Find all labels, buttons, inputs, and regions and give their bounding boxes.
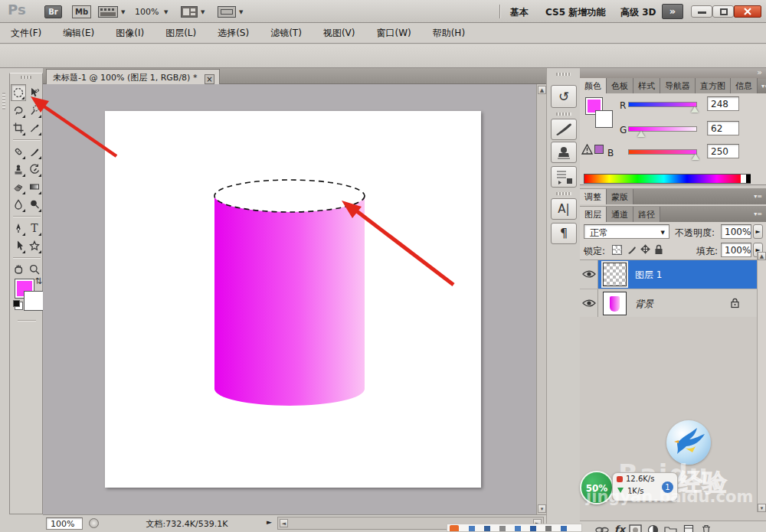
color-panel-menu-icon[interactable]: ▾≡: [758, 83, 766, 90]
status-zoom-field[interactable]: 100%: [46, 517, 83, 530]
close-button[interactable]: [734, 5, 761, 18]
document-tab-close-icon[interactable]: ×: [205, 74, 214, 84]
document-viewport[interactable]: [43, 84, 536, 514]
status-flyout-icon[interactable]: ►: [267, 518, 272, 526]
taskbar-icon-orange[interactable]: [450, 525, 459, 531]
tab-adjustments[interactable]: 调整: [580, 189, 607, 204]
green-value-input[interactable]: 62: [707, 121, 739, 135]
zoom-dropdown-icon[interactable]: ▼: [164, 9, 168, 15]
canvas-vertical-scrollbar[interactable]: ▲ ▾: [536, 84, 546, 514]
layer2-visibility-cell[interactable]: [580, 289, 598, 318]
workspace-overflow-button[interactable]: »: [662, 4, 683, 19]
lock-pixels-icon[interactable]: [626, 243, 637, 256]
tab-layers[interactable]: 图层: [580, 207, 607, 222]
red-value-input[interactable]: 248: [707, 96, 739, 111]
zoom-tool[interactable]: [27, 261, 42, 278]
eyedropper-tool[interactable]: [27, 119, 42, 136]
blend-mode-dropdown[interactable]: 正常 ▼: [584, 224, 669, 239]
taskbar-icon-7[interactable]: [561, 526, 567, 531]
taskbar-icon-4[interactable]: [515, 526, 521, 531]
canvas[interactable]: [105, 111, 481, 488]
film-strip-dropdown-icon[interactable]: ▼: [121, 9, 125, 15]
taskbar-peek[interactable]: [447, 524, 582, 532]
panel-background-swatch[interactable]: [595, 110, 613, 128]
lock-all-icon[interactable]: [653, 243, 664, 256]
layers-scrollbar[interactable]: ▲ ▾: [757, 252, 766, 512]
blue-slider[interactable]: [628, 149, 697, 155]
document-tab[interactable]: 未标题-1 @ 100% (图层 1, RGB/8) * ×: [46, 69, 220, 84]
collapse-panels-strip[interactable]: »: [580, 68, 766, 79]
tab-navigator[interactable]: 导航器: [660, 78, 696, 93]
blue-slider-thumb[interactable]: [692, 154, 699, 160]
taskbar-icon-1[interactable]: [469, 526, 475, 531]
layer-style-icon[interactable]: fx: [614, 524, 625, 532]
layer-row-2[interactable]: 背景: [580, 289, 766, 317]
blur-tool[interactable]: [11, 196, 26, 213]
color-spectrum-ramp[interactable]: [584, 174, 751, 184]
tab-histogram[interactable]: 直方图: [696, 78, 731, 93]
gamut-warning-icon[interactable]: [581, 144, 593, 155]
red-slider[interactable]: [628, 102, 697, 107]
background-color-swatch[interactable]: [24, 291, 44, 311]
layers-scroll-up-icon[interactable]: ▲: [758, 252, 766, 260]
mini-bridge-button[interactable]: Mb: [72, 5, 91, 18]
arrange-documents-icon[interactable]: [181, 6, 198, 18]
type-tool[interactable]: T: [27, 220, 42, 237]
menu-filter[interactable]: 滤镜(T): [260, 27, 313, 40]
opacity-input[interactable]: 100%: [721, 224, 751, 239]
lock-position-icon[interactable]: [640, 243, 651, 256]
path-selection-tool[interactable]: [11, 237, 26, 254]
eye-icon[interactable]: [582, 269, 596, 279]
menu-view[interactable]: 视图(V): [313, 27, 366, 40]
adjustment-layer-icon[interactable]: [647, 524, 659, 532]
minimize-button[interactable]: [691, 5, 712, 18]
taskbar-icon-6[interactable]: [545, 526, 552, 531]
scroll-up-icon[interactable]: ▲: [538, 86, 546, 94]
menu-layer[interactable]: 图层(L): [155, 27, 207, 40]
green-slider-thumb[interactable]: [637, 131, 645, 137]
brush-tool[interactable]: [27, 143, 42, 160]
clone-source-panel-icon[interactable]: [551, 142, 577, 163]
new-layer-icon[interactable]: [683, 524, 694, 532]
new-group-icon[interactable]: [664, 525, 677, 532]
pen-tool[interactable]: [11, 220, 26, 237]
brush-panel-icon[interactable]: [551, 119, 577, 140]
tab-masks[interactable]: 蒙版: [607, 189, 633, 204]
menu-image[interactable]: 图像(I): [105, 27, 155, 40]
default-colors-icon[interactable]: [13, 300, 20, 307]
restore-button[interactable]: [712, 5, 734, 18]
spectrum-white-swatch[interactable]: [741, 175, 746, 183]
layer2-name[interactable]: 背景: [635, 298, 653, 311]
taskbar-icon-2[interactable]: [484, 526, 490, 531]
history-panel-icon[interactable]: ↺: [551, 85, 577, 108]
menu-help[interactable]: 帮助(H): [422, 27, 476, 40]
custom-shape-tool[interactable]: [27, 237, 42, 254]
layers-panel-menu-icon[interactable]: ▾≡: [750, 211, 766, 217]
paragraph-panel-icon[interactable]: ¶: [551, 223, 577, 244]
lasso-tool[interactable]: [11, 102, 26, 119]
workspace-basic[interactable]: 基本: [510, 6, 529, 19]
arrange-dropdown-icon[interactable]: ▼: [201, 9, 205, 15]
taskbar-icon-3[interactable]: [499, 526, 506, 531]
scroll-down-icon[interactable]: ▾: [538, 504, 546, 513]
tab-styles[interactable]: 样式: [633, 78, 660, 93]
lock-transparency-icon[interactable]: [612, 245, 622, 255]
scroll-left-icon[interactable]: ◄: [280, 519, 288, 527]
eraser-tool[interactable]: [11, 178, 26, 195]
adjustments-panel-menu-icon[interactable]: ▾≡: [750, 193, 766, 200]
screen-mode-icon[interactable]: [218, 6, 236, 18]
delete-layer-icon[interactable]: [701, 524, 712, 532]
eye-icon[interactable]: [582, 299, 596, 308]
workspace-cs5-new[interactable]: CS5 新增功能: [545, 6, 605, 19]
dodge-tool[interactable]: [27, 196, 42, 213]
blue-value-input[interactable]: 250: [707, 144, 739, 158]
bridge-button[interactable]: Br: [44, 5, 62, 18]
red-slider-thumb[interactable]: [691, 106, 699, 113]
fill-input[interactable]: 100%: [721, 243, 751, 257]
opacity-spinner-icon[interactable]: ►: [753, 224, 763, 239]
tab-swatches[interactable]: 色板: [607, 78, 633, 93]
move-tool[interactable]: [27, 84, 42, 101]
link-layers-icon[interactable]: [595, 526, 609, 532]
taskbar-icon-5[interactable]: [530, 526, 536, 531]
film-strip-icon[interactable]: [98, 6, 118, 18]
